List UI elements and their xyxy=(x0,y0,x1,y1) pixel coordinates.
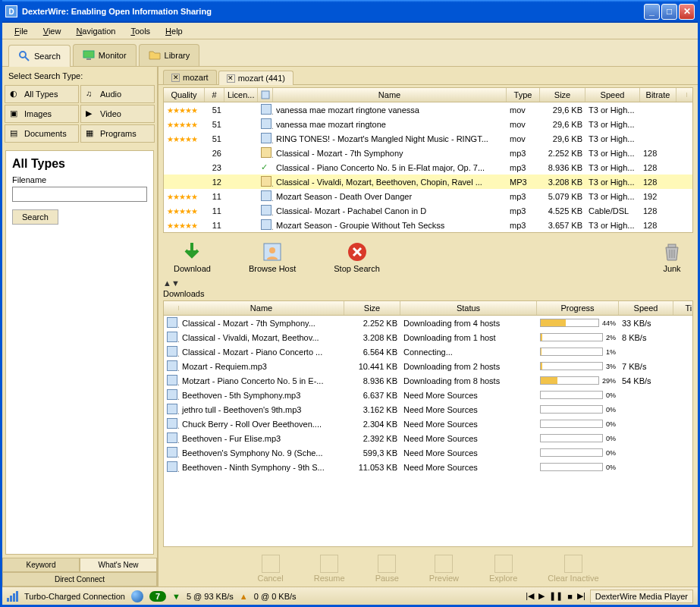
explore-button[interactable]: Explore xyxy=(489,555,517,583)
search-button[interactable]: Search xyxy=(12,209,58,225)
resume-button[interactable]: Resume xyxy=(314,555,345,583)
svg-rect-8 xyxy=(668,244,676,247)
result-row[interactable]: 23✓Classical - Piano Concerto No. 5 in E… xyxy=(164,160,692,175)
splitter[interactable]: ▲▼ xyxy=(159,279,698,287)
file-type-icon xyxy=(258,190,273,203)
col-name[interactable]: Name xyxy=(273,88,507,102)
minimize-button[interactable]: _ xyxy=(644,4,660,20)
download-row[interactable]: Classical - Vivaldi, Mozart, Beethov...3… xyxy=(164,330,692,344)
search-tab[interactable]: ✕mozart (441) xyxy=(218,71,293,85)
file-icon xyxy=(164,332,179,344)
search-type-label: Select Search Type: xyxy=(2,67,157,85)
media-prev-button[interactable]: |◀ xyxy=(526,591,534,601)
col-quality[interactable]: Quality xyxy=(164,88,205,102)
browse-host-icon xyxy=(262,241,283,263)
media-play-button[interactable]: ▶ xyxy=(538,591,545,601)
result-row[interactable]: 12Classical - Vivaldi, Mozart, Beethoven… xyxy=(164,175,692,189)
download-row[interactable]: Classical - Mozart - 7th Symphony...2.25… xyxy=(164,316,692,330)
junk-button[interactable]: Junk xyxy=(661,241,683,273)
browse-host-button[interactable]: Browse Host xyxy=(249,241,296,273)
connection-status: Turbo-Charged Connection xyxy=(24,592,125,601)
result-row[interactable]: ★★★★★11Mozart Season - Death Over Danger… xyxy=(164,189,692,203)
file-icon xyxy=(164,447,179,459)
menu-help[interactable]: Help xyxy=(159,25,189,37)
tab-whatsnew[interactable]: What's New xyxy=(80,558,157,572)
type-icon: ▣ xyxy=(10,109,20,119)
cancel-button[interactable]: Cancel xyxy=(257,555,283,583)
menu-navigation[interactable]: Navigation xyxy=(70,25,121,37)
media-stop-button[interactable]: ■ xyxy=(567,592,573,601)
close-tab-icon[interactable]: ✕ xyxy=(227,74,235,83)
dlcol-time[interactable]: Time xyxy=(673,301,693,315)
col-speed[interactable]: Speed xyxy=(585,88,640,102)
filename-label: Filename xyxy=(12,175,147,184)
download-row[interactable]: Motzart - Piano Concerto No. 5 in E-...8… xyxy=(164,373,692,388)
svg-line-1 xyxy=(25,57,29,61)
col-num[interactable]: # xyxy=(205,88,224,102)
menu-file[interactable]: File xyxy=(8,25,34,37)
dlcol-status[interactable]: Status xyxy=(400,301,537,315)
result-row[interactable]: ★★★★★51vanessa mae mozart ringtonemov29,… xyxy=(164,117,692,131)
result-row[interactable]: 26Classical - Mozart - 7th Symphonymp32.… xyxy=(164,146,692,160)
type-documents[interactable]: ▤Documents xyxy=(5,124,79,143)
type-programs[interactable]: ▦Programs xyxy=(80,124,155,143)
clear-inactive-button[interactable]: Clear Inactive xyxy=(548,555,598,583)
tab-direct-connect[interactable]: Direct Connect xyxy=(2,572,157,587)
tab-search[interactable]: Search xyxy=(8,45,71,67)
result-row[interactable]: ★★★★★11Classical- Mozart - Pachabel Cano… xyxy=(164,203,692,218)
download-row[interactable]: Beethoven - Ninth Symphony - 9th S...11.… xyxy=(164,460,692,474)
download-actions: Cancel Resume Pause Preview Explore Clea… xyxy=(159,550,698,587)
col-icon[interactable] xyxy=(258,88,273,102)
download-row[interactable]: Classical - Mozart - Piano Concerto ...6… xyxy=(164,344,692,359)
download-row[interactable]: Mozart - Requiem.mp310.441 KBDownloading… xyxy=(164,359,692,373)
col-size[interactable]: Size xyxy=(540,88,585,102)
download-row[interactable]: Beethoven - Fur Elise.mp32.392 KBNeed Mo… xyxy=(164,431,692,445)
tab-monitor[interactable]: Monitor xyxy=(73,44,137,66)
cancel-icon xyxy=(262,555,280,573)
filename-input[interactable] xyxy=(12,187,147,202)
results-body[interactable]: ★★★★★51vanessa mae mozart ringtone vanes… xyxy=(164,102,692,232)
download-row[interactable]: Chuck Berry - Roll Over Beethoven....2.3… xyxy=(164,417,692,431)
tab-keyword[interactable]: Keyword xyxy=(2,558,80,572)
result-row[interactable]: ★★★★★51vanessa mae mozart ringtone vanes… xyxy=(164,102,692,117)
col-bitrate[interactable]: Bitrate xyxy=(640,88,676,102)
download-row[interactable]: Beethoven - 5th Symphony.mp36.637 KBNeed… xyxy=(164,388,692,402)
downloads-body[interactable]: Classical - Mozart - 7th Symphony...2.25… xyxy=(164,316,692,546)
type-all-types[interactable]: ◐All Types xyxy=(5,85,79,103)
file-type-icon xyxy=(258,147,273,159)
dlcol-speed[interactable]: Speed xyxy=(619,301,673,315)
titlebar[interactable]: D DexterWire: Enabling Open Information … xyxy=(2,0,698,23)
download-row[interactable]: jethro tull - Beethoven's 9th.mp33.162 K… xyxy=(164,402,692,417)
type-video[interactable]: ▶Video xyxy=(80,105,155,123)
col-type[interactable]: Type xyxy=(507,88,540,102)
downloads-label: Downloads xyxy=(159,287,698,300)
media-player-label[interactable]: DexterWire Media Player xyxy=(590,590,693,603)
col-license[interactable]: Licen... xyxy=(224,88,258,102)
close-button[interactable]: ✕ xyxy=(679,4,695,20)
download-row[interactable]: Beethoven's Symphony No. 9 (Sche...599,3… xyxy=(164,445,692,460)
download-button[interactable]: Download xyxy=(174,241,211,273)
file-type-icon xyxy=(258,133,273,145)
result-row[interactable]: ★★★★★11Mozart Season - Groupie Without T… xyxy=(164,218,692,232)
maximize-button[interactable]: □ xyxy=(661,4,677,20)
result-actions: Download Browse Host Stop Search Junk xyxy=(159,235,698,279)
type-images[interactable]: ▣Images xyxy=(5,105,79,123)
dlcol-size[interactable]: Size xyxy=(344,301,400,315)
media-pause-button[interactable]: ❚❚ xyxy=(549,591,563,601)
menu-tools[interactable]: Tools xyxy=(124,25,156,37)
type-audio[interactable]: ♫Audio xyxy=(80,85,155,103)
tool-tabs: Search Monitor Library xyxy=(2,39,698,67)
preview-button[interactable]: Preview xyxy=(429,555,459,583)
close-tab-icon[interactable]: ✕ xyxy=(171,74,180,82)
dlcol-progress[interactable]: Progress xyxy=(537,301,619,315)
type-grid: ◐All Types♫Audio▣Images▶Video▤Documents▦… xyxy=(2,85,157,147)
tab-library[interactable]: Library xyxy=(139,44,200,66)
search-tab[interactable]: ✕mozart xyxy=(163,70,217,84)
menu-view[interactable]: View xyxy=(37,25,67,37)
result-row[interactable]: ★★★★★51RING TONES! - Mozart's Mangled Ni… xyxy=(164,131,692,146)
stop-search-button[interactable]: Stop Search xyxy=(334,241,380,273)
dlcol-name[interactable]: Name xyxy=(179,301,344,315)
pause-button[interactable]: Pause xyxy=(375,555,399,583)
media-next-button[interactable]: ▶| xyxy=(577,591,585,601)
results-header: Quality # Licen... Name Type Size Speed … xyxy=(164,88,692,102)
